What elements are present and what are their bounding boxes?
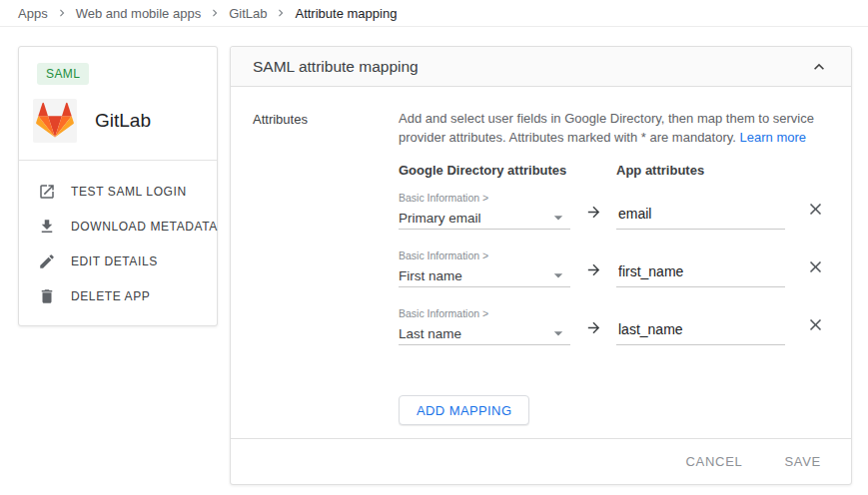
- open-in-new-icon: [38, 183, 56, 201]
- breadcrumb-attribute-mapping: Attribute mapping: [295, 6, 397, 21]
- breadcrumb-apps[interactable]: Apps: [18, 6, 48, 21]
- app-name: GitLab: [95, 110, 151, 132]
- remove-mapping-button[interactable]: [803, 312, 827, 336]
- menu-label: TEST SAML LOGIN: [71, 185, 187, 199]
- google-directory-attribute-select[interactable]: Basic Information > Last name: [399, 305, 570, 345]
- app-actions-menu: TEST SAML LOGIN DOWNLOAD METADATA EDIT D…: [19, 160, 217, 313]
- edit-details-button[interactable]: EDIT DETAILS: [19, 244, 217, 278]
- google-directory-attribute-select[interactable]: Basic Information > Primary email: [399, 190, 570, 230]
- edit-icon: [38, 252, 56, 270]
- save-button[interactable]: SAVE: [784, 454, 821, 469]
- breadcrumb-gitlab[interactable]: GitLab: [229, 6, 267, 21]
- app-info-card: SAML GitLab TEST SAML LOGIN: [18, 46, 218, 326]
- app-attribute-input[interactable]: [616, 321, 785, 345]
- chevron-right-icon: [55, 6, 69, 20]
- app-attributes-header: App attributes: [616, 163, 704, 178]
- attribute-category: Basic Information >: [399, 305, 570, 320]
- google-directory-attributes-header: Google Directory attributes: [399, 163, 616, 178]
- attribute-value: First name: [399, 268, 462, 283]
- dropdown-caret-icon: [548, 208, 568, 228]
- download-icon: [38, 218, 56, 236]
- cancel-button[interactable]: CANCEL: [686, 454, 743, 469]
- attributes-description: Add and select user fields in Google Dir…: [399, 109, 827, 147]
- remove-mapping-button[interactable]: [803, 197, 827, 221]
- arrow-right-icon: [570, 319, 616, 345]
- breadcrumb: Apps Web and mobile apps GitLab Attribut…: [0, 0, 868, 27]
- attribute-category: Basic Information >: [399, 248, 570, 262]
- mapping-row: Basic Information > Primary email: [399, 186, 827, 230]
- chevron-right-icon: [208, 6, 222, 20]
- mapping-row: Basic Information > First name: [399, 244, 827, 287]
- attributes-label: Attributes: [253, 109, 399, 438]
- attribute-value: Last name: [399, 326, 461, 341]
- dropdown-caret-icon: [548, 265, 568, 285]
- attribute-category: Basic Information >: [399, 190, 570, 205]
- dropdown-caret-icon: [548, 323, 568, 343]
- remove-mapping-button[interactable]: [803, 254, 827, 278]
- menu-label: DOWNLOAD METADATA: [71, 220, 218, 234]
- panel-body: Attributes Add and select user fields in…: [231, 87, 851, 438]
- saml-badge: SAML: [37, 63, 89, 85]
- learn-more-link[interactable]: Learn more: [740, 130, 806, 145]
- attribute-value: Primary email: [399, 211, 481, 226]
- menu-label: DELETE APP: [71, 289, 150, 303]
- download-metadata-button[interactable]: DOWNLOAD METADATA: [19, 209, 217, 244]
- app-attribute-input[interactable]: [616, 263, 785, 287]
- saml-attribute-mapping-panel: SAML attribute mapping Attributes Add an…: [230, 46, 852, 485]
- app-attribute-input[interactable]: [616, 206, 785, 230]
- menu-label: EDIT DETAILS: [71, 254, 158, 268]
- panel-header[interactable]: SAML attribute mapping: [231, 47, 851, 87]
- gitlab-logo: [33, 99, 77, 143]
- arrow-right-icon: [570, 204, 616, 230]
- mapping-row: Basic Information > Last name: [399, 301, 827, 345]
- breadcrumb-web-and-mobile-apps[interactable]: Web and mobile apps: [76, 6, 202, 21]
- panel-title: SAML attribute mapping: [253, 58, 419, 76]
- delete-app-button[interactable]: DELETE APP: [19, 278, 217, 313]
- column-headers: Google Directory attributes App attribut…: [399, 163, 827, 178]
- add-mapping-button[interactable]: ADD MAPPING: [399, 395, 529, 425]
- test-saml-login-button[interactable]: TEST SAML LOGIN: [19, 174, 217, 209]
- chevron-right-icon: [274, 6, 288, 20]
- mapping-rows: Basic Information > Primary email: [399, 186, 827, 345]
- chevron-up-icon[interactable]: [809, 57, 829, 77]
- google-directory-attribute-select[interactable]: Basic Information > First name: [399, 248, 570, 287]
- panel-footer: CANCEL SAVE: [231, 438, 851, 484]
- delete-icon: [38, 287, 56, 305]
- arrow-right-icon: [570, 261, 616, 287]
